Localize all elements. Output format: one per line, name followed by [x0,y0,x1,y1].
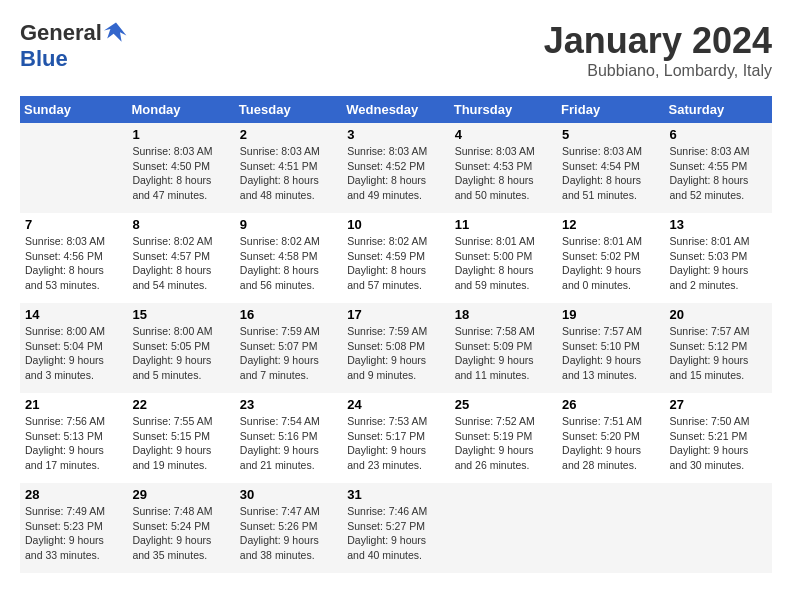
weekday-header-thursday: Thursday [450,96,557,123]
day-cell: 4Sunrise: 8:03 AMSunset: 4:53 PMDaylight… [450,123,557,213]
day-number: 17 [347,307,444,322]
day-number: 22 [132,397,229,412]
day-info: Sunrise: 8:00 AMSunset: 5:05 PMDaylight:… [132,325,212,381]
day-cell: 12Sunrise: 8:01 AMSunset: 5:02 PMDayligh… [557,213,664,303]
calendar-table: SundayMondayTuesdayWednesdayThursdayFrid… [20,96,772,573]
day-cell: 2Sunrise: 8:03 AMSunset: 4:51 PMDaylight… [235,123,342,213]
day-number: 5 [562,127,659,142]
day-number: 11 [455,217,552,232]
day-info: Sunrise: 7:50 AMSunset: 5:21 PMDaylight:… [670,415,750,471]
day-cell: 10Sunrise: 8:02 AMSunset: 4:59 PMDayligh… [342,213,449,303]
day-info: Sunrise: 7:51 AMSunset: 5:20 PMDaylight:… [562,415,642,471]
weekday-header-sunday: Sunday [20,96,127,123]
day-number: 23 [240,397,337,412]
logo-bird-icon [104,21,128,45]
weekday-header-tuesday: Tuesday [235,96,342,123]
day-info: Sunrise: 8:03 AMSunset: 4:55 PMDaylight:… [670,145,750,201]
day-cell: 13Sunrise: 8:01 AMSunset: 5:03 PMDayligh… [665,213,772,303]
day-number: 20 [670,307,767,322]
day-cell: 20Sunrise: 7:57 AMSunset: 5:12 PMDayligh… [665,303,772,393]
day-cell: 31Sunrise: 7:46 AMSunset: 5:27 PMDayligh… [342,483,449,573]
header: General Blue January 2024 Bubbiano, Lomb… [20,20,772,80]
day-info: Sunrise: 8:03 AMSunset: 4:54 PMDaylight:… [562,145,642,201]
day-number: 7 [25,217,122,232]
day-cell: 26Sunrise: 7:51 AMSunset: 5:20 PMDayligh… [557,393,664,483]
day-cell: 24Sunrise: 7:53 AMSunset: 5:17 PMDayligh… [342,393,449,483]
day-cell: 29Sunrise: 7:48 AMSunset: 5:24 PMDayligh… [127,483,234,573]
week-row-1: 1Sunrise: 8:03 AMSunset: 4:50 PMDaylight… [20,123,772,213]
month-title: January 2024 [544,20,772,62]
day-info: Sunrise: 8:03 AMSunset: 4:50 PMDaylight:… [132,145,212,201]
day-info: Sunrise: 7:58 AMSunset: 5:09 PMDaylight:… [455,325,535,381]
day-info: Sunrise: 8:01 AMSunset: 5:00 PMDaylight:… [455,235,535,291]
day-info: Sunrise: 7:54 AMSunset: 5:16 PMDaylight:… [240,415,320,471]
day-cell: 22Sunrise: 7:55 AMSunset: 5:15 PMDayligh… [127,393,234,483]
week-row-5: 28Sunrise: 7:49 AMSunset: 5:23 PMDayligh… [20,483,772,573]
day-number: 1 [132,127,229,142]
logo-general-text: General [20,20,102,46]
day-number: 2 [240,127,337,142]
week-row-4: 21Sunrise: 7:56 AMSunset: 5:13 PMDayligh… [20,393,772,483]
day-number: 10 [347,217,444,232]
title-area: January 2024 Bubbiano, Lombardy, Italy [544,20,772,80]
day-cell: 28Sunrise: 7:49 AMSunset: 5:23 PMDayligh… [20,483,127,573]
day-cell: 5Sunrise: 8:03 AMSunset: 4:54 PMDaylight… [557,123,664,213]
day-cell: 27Sunrise: 7:50 AMSunset: 5:21 PMDayligh… [665,393,772,483]
day-number: 8 [132,217,229,232]
day-cell: 7Sunrise: 8:03 AMSunset: 4:56 PMDaylight… [20,213,127,303]
week-row-3: 14Sunrise: 8:00 AMSunset: 5:04 PMDayligh… [20,303,772,393]
logo: General Blue [20,20,128,72]
day-info: Sunrise: 8:02 AMSunset: 4:57 PMDaylight:… [132,235,212,291]
weekday-header-wednesday: Wednesday [342,96,449,123]
weekday-header-monday: Monday [127,96,234,123]
weekday-header-row: SundayMondayTuesdayWednesdayThursdayFrid… [20,96,772,123]
day-cell [450,483,557,573]
day-info: Sunrise: 8:01 AMSunset: 5:02 PMDaylight:… [562,235,642,291]
day-info: Sunrise: 7:59 AMSunset: 5:07 PMDaylight:… [240,325,320,381]
day-cell: 8Sunrise: 8:02 AMSunset: 4:57 PMDaylight… [127,213,234,303]
day-number: 15 [132,307,229,322]
day-info: Sunrise: 8:02 AMSunset: 4:59 PMDaylight:… [347,235,427,291]
weekday-header-friday: Friday [557,96,664,123]
day-number: 21 [25,397,122,412]
day-info: Sunrise: 8:03 AMSunset: 4:53 PMDaylight:… [455,145,535,201]
day-cell: 25Sunrise: 7:52 AMSunset: 5:19 PMDayligh… [450,393,557,483]
day-info: Sunrise: 7:57 AMSunset: 5:12 PMDaylight:… [670,325,750,381]
day-info: Sunrise: 7:56 AMSunset: 5:13 PMDaylight:… [25,415,105,471]
week-row-2: 7Sunrise: 8:03 AMSunset: 4:56 PMDaylight… [20,213,772,303]
day-number: 3 [347,127,444,142]
day-info: Sunrise: 7:59 AMSunset: 5:08 PMDaylight:… [347,325,427,381]
day-info: Sunrise: 7:48 AMSunset: 5:24 PMDaylight:… [132,505,212,561]
day-cell: 6Sunrise: 8:03 AMSunset: 4:55 PMDaylight… [665,123,772,213]
location: Bubbiano, Lombardy, Italy [544,62,772,80]
day-info: Sunrise: 7:49 AMSunset: 5:23 PMDaylight:… [25,505,105,561]
day-info: Sunrise: 7:47 AMSunset: 5:26 PMDaylight:… [240,505,320,561]
day-info: Sunrise: 8:02 AMSunset: 4:58 PMDaylight:… [240,235,320,291]
logo-blue-text: Blue [20,46,68,72]
day-number: 6 [670,127,767,142]
day-number: 12 [562,217,659,232]
day-number: 29 [132,487,229,502]
day-cell: 1Sunrise: 8:03 AMSunset: 4:50 PMDaylight… [127,123,234,213]
day-number: 24 [347,397,444,412]
day-info: Sunrise: 7:55 AMSunset: 5:15 PMDaylight:… [132,415,212,471]
day-number: 13 [670,217,767,232]
day-cell: 23Sunrise: 7:54 AMSunset: 5:16 PMDayligh… [235,393,342,483]
day-info: Sunrise: 8:03 AMSunset: 4:51 PMDaylight:… [240,145,320,201]
day-cell [20,123,127,213]
day-cell: 3Sunrise: 8:03 AMSunset: 4:52 PMDaylight… [342,123,449,213]
day-cell: 14Sunrise: 8:00 AMSunset: 5:04 PMDayligh… [20,303,127,393]
day-cell: 18Sunrise: 7:58 AMSunset: 5:09 PMDayligh… [450,303,557,393]
svg-marker-0 [104,23,126,42]
day-cell: 9Sunrise: 8:02 AMSunset: 4:58 PMDaylight… [235,213,342,303]
day-number: 26 [562,397,659,412]
day-cell: 21Sunrise: 7:56 AMSunset: 5:13 PMDayligh… [20,393,127,483]
day-number: 14 [25,307,122,322]
day-number: 30 [240,487,337,502]
day-number: 9 [240,217,337,232]
weekday-header-saturday: Saturday [665,96,772,123]
day-cell: 30Sunrise: 7:47 AMSunset: 5:26 PMDayligh… [235,483,342,573]
day-info: Sunrise: 8:03 AMSunset: 4:56 PMDaylight:… [25,235,105,291]
day-number: 25 [455,397,552,412]
day-info: Sunrise: 7:46 AMSunset: 5:27 PMDaylight:… [347,505,427,561]
